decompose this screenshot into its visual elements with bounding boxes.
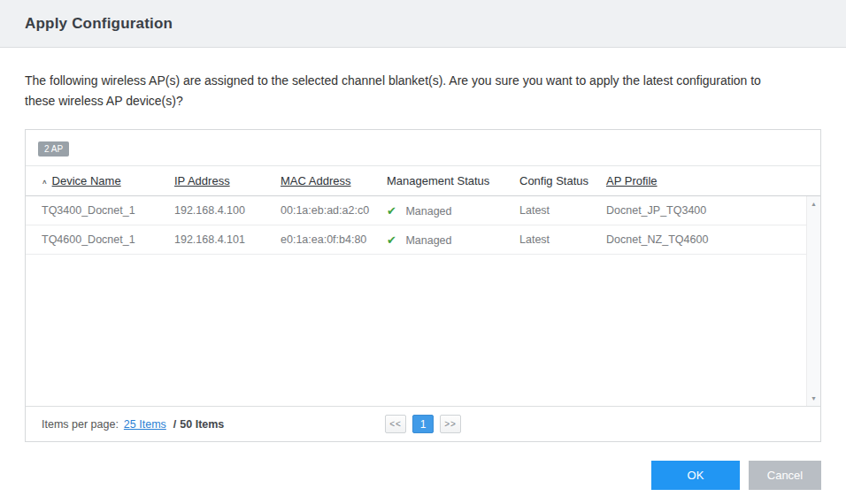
table-rows: TQ3400_Docnet_1 192.168.4.100 00:1a:eb:a… <box>26 196 806 255</box>
column-header-mac-address[interactable]: MAC Address <box>281 174 387 187</box>
management-status-text: Managed <box>405 234 451 247</box>
table-row[interactable]: TQ3400_Docnet_1 192.168.4.100 00:1a:eb:a… <box>26 196 806 225</box>
ap-count-badge: 2 AP <box>38 141 69 157</box>
column-header-ip-address[interactable]: IP Address <box>174 174 281 187</box>
cell-ap-profile: Docnet_JP_TQ3400 <box>606 204 806 217</box>
cell-config-status: Latest <box>519 233 606 246</box>
items-per-page-link[interactable]: 25 Items <box>124 418 166 431</box>
cell-mac-address: e0:1a:ea:0f:b4:80 <box>281 233 387 246</box>
cell-ip-address: 192.168.4.101 <box>174 233 281 246</box>
cell-mac-address: 00:1a:eb:ad:a2:c0 <box>281 204 387 217</box>
cell-device-name: TQ3400_Docnet_1 <box>42 204 174 217</box>
column-header-label: Management Status <box>387 174 489 187</box>
scroll-up-icon[interactable]: ▲ <box>807 196 820 211</box>
ok-button[interactable]: OK <box>651 461 740 490</box>
pagination-next-button[interactable]: >> <box>440 415 461 433</box>
confirmation-message: The following wireless AP(s) are assigne… <box>0 48 807 126</box>
scroll-down-icon[interactable]: ▼ <box>807 391 820 406</box>
column-header-label: IP Address <box>174 174 230 187</box>
managed-check-icon: ✔ <box>387 233 396 247</box>
cell-ip-address: 192.168.4.100 <box>174 204 281 217</box>
vertical-scrollbar[interactable]: ▲ ▼ <box>806 196 820 406</box>
ap-table-panel: 2 AP ∧Device Name IP Address MAC Address… <box>25 129 821 442</box>
cell-config-status: Latest <box>519 204 606 217</box>
sort-asc-icon: ∧ <box>42 179 48 186</box>
column-header-ap-profile[interactable]: AP Profile <box>606 174 820 187</box>
cell-management-status: ✔ Managed <box>387 204 519 218</box>
column-header-label: MAC Address <box>281 174 350 187</box>
cell-device-name: TQ4600_Docnet_1 <box>42 233 174 246</box>
pagination: << 1 >> <box>385 415 461 433</box>
management-status-text: Managed <box>405 205 451 218</box>
page-title: Apply Configuration <box>25 15 173 33</box>
pagination-page-1-button[interactable]: 1 <box>412 415 434 433</box>
column-header-device-name[interactable]: ∧Device Name <box>42 174 174 187</box>
total-items-label: 50 Items <box>180 418 224 431</box>
column-header-label: Config Status <box>519 174 588 187</box>
pagination-prev-button[interactable]: << <box>385 415 406 433</box>
column-header-management-status: Management Status <box>387 174 519 187</box>
table-row[interactable]: TQ4600_Docnet_1 192.168.4.101 e0:1a:ea:0… <box>26 225 806 255</box>
column-header-config-status: Config Status <box>519 174 606 187</box>
table-header-row: ∧Device Name IP Address MAC Address Mana… <box>26 166 820 196</box>
managed-check-icon: ✔ <box>387 204 396 218</box>
items-separator: / <box>173 418 176 431</box>
dialog-header: Apply Configuration <box>0 0 846 48</box>
table-footer: Items per page: 25 Items / 50 Items << 1… <box>26 406 820 441</box>
items-per-page-label: Items per page: <box>42 418 119 431</box>
column-header-label: Device Name <box>52 174 121 187</box>
dialog-actions: OK Cancel <box>0 442 846 490</box>
cancel-button[interactable]: Cancel <box>749 461 821 490</box>
column-header-label: AP Profile <box>606 174 658 187</box>
count-badge-row: 2 AP <box>26 130 820 166</box>
table-body: TQ3400_Docnet_1 192.168.4.100 00:1a:eb:a… <box>26 196 820 406</box>
cell-ap-profile: Docnet_NZ_TQ4600 <box>606 233 806 246</box>
cell-management-status: ✔ Managed <box>387 233 519 247</box>
